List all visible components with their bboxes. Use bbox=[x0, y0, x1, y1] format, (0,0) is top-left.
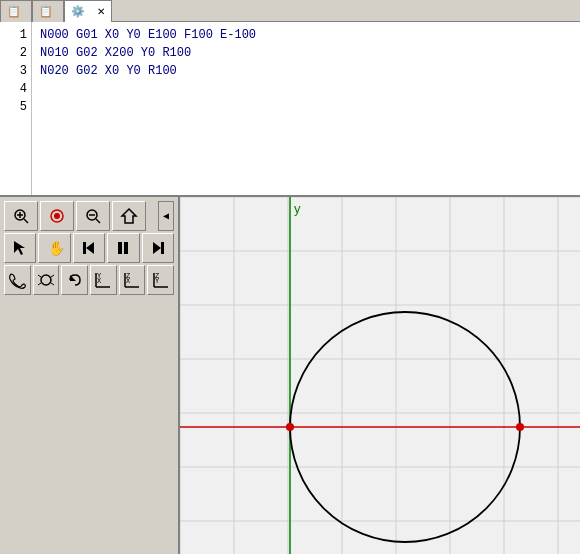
svg-line-7 bbox=[96, 219, 100, 223]
step-forward-button[interactable] bbox=[142, 233, 174, 263]
svg-text:Z: Z bbox=[155, 272, 159, 280]
axis-xy-button[interactable]: XY bbox=[90, 265, 117, 295]
svg-text:✋: ✋ bbox=[48, 240, 64, 257]
line-num-1: 1 bbox=[0, 26, 27, 44]
bug-button[interactable] bbox=[33, 265, 60, 295]
line-numbers: 1 2 3 4 5 bbox=[0, 22, 32, 195]
svg-text:Y: Y bbox=[97, 272, 102, 280]
title-bar: 📋 📋 ⚙️ ✕ bbox=[0, 0, 580, 22]
tab-icon-my-controller: 📋 bbox=[39, 4, 53, 18]
svg-rect-14 bbox=[118, 242, 122, 254]
phone-button[interactable] bbox=[4, 265, 31, 295]
line-num-4: 4 bbox=[0, 80, 27, 98]
cursor-button[interactable] bbox=[4, 233, 36, 263]
axis-yz-button[interactable]: YZ bbox=[147, 265, 174, 295]
code-content[interactable]: N000 G01 X0 Y0 E100 F100 E-100 N010 G02 … bbox=[32, 22, 580, 195]
svg-marker-10 bbox=[14, 241, 25, 255]
svg-line-19 bbox=[38, 275, 41, 277]
svg-text:y: y bbox=[294, 201, 301, 216]
svg-rect-17 bbox=[161, 242, 164, 254]
toolbar-panel: ◀ ✋ bbox=[0, 197, 180, 554]
svg-rect-13 bbox=[83, 242, 86, 254]
zoom-out-button[interactable] bbox=[76, 201, 110, 231]
bottom-panel: ◀ ✋ bbox=[0, 197, 580, 554]
code-editor: 1 2 3 4 5 N000 G01 X0 Y0 E100 F100 E-100… bbox=[0, 22, 580, 197]
toolbar-row-3: XY XZ YZ bbox=[4, 265, 174, 295]
toolbar-row-1: ◀ bbox=[4, 201, 174, 231]
svg-line-21 bbox=[38, 283, 41, 285]
home-button[interactable] bbox=[112, 201, 146, 231]
line-num-5: 5 bbox=[0, 98, 27, 116]
toolbar-row-2: ✋ bbox=[4, 233, 174, 263]
svg-marker-12 bbox=[86, 242, 94, 254]
tab-cnc-logic[interactable]: ⚙️ ✕ bbox=[64, 0, 112, 22]
line-num-2: 2 bbox=[0, 44, 27, 62]
svg-point-5 bbox=[54, 213, 60, 219]
visualization-canvas: y bbox=[180, 197, 580, 554]
step-back-button[interactable] bbox=[73, 233, 105, 263]
tab-my-controller[interactable]: 📋 bbox=[32, 0, 64, 22]
tab-icon-cnc-logic: ⚙️ bbox=[71, 4, 85, 18]
tab-motion-blocks[interactable]: 📋 bbox=[0, 0, 32, 22]
svg-point-55 bbox=[286, 423, 294, 431]
svg-line-1 bbox=[24, 219, 28, 223]
svg-text:Z: Z bbox=[126, 272, 130, 280]
zoom-in-button[interactable] bbox=[4, 201, 38, 231]
svg-line-20 bbox=[51, 275, 54, 277]
svg-line-22 bbox=[51, 283, 54, 285]
svg-marker-9 bbox=[122, 209, 136, 223]
tab-icon-motion-blocks: 📋 bbox=[7, 4, 21, 18]
svg-point-56 bbox=[516, 423, 524, 431]
line-num-3: 3 bbox=[0, 62, 27, 80]
svg-rect-15 bbox=[124, 242, 128, 254]
undo-button[interactable] bbox=[61, 265, 88, 295]
svg-point-18 bbox=[41, 275, 51, 285]
canvas-area: y bbox=[180, 197, 580, 554]
axis-xz-button[interactable]: XZ bbox=[119, 265, 146, 295]
svg-marker-16 bbox=[153, 242, 161, 254]
tab-close-button[interactable]: ✕ bbox=[97, 6, 105, 17]
collapse-button[interactable]: ◀ bbox=[158, 201, 174, 231]
debug-button[interactable] bbox=[40, 201, 74, 231]
pan-button[interactable]: ✋ bbox=[38, 233, 70, 263]
pause-button[interactable] bbox=[107, 233, 139, 263]
